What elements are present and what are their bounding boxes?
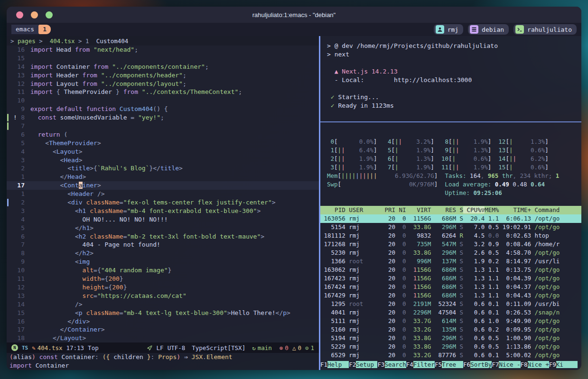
uptime-row: Uptime: 09:25:06: [327, 189, 581, 197]
status-badge-rmj[interactable]: rmj: [434, 24, 463, 35]
process-user: rmj: [349, 240, 384, 248]
fkey-action-label: Filter: [413, 361, 435, 368]
process-row[interactable]: 181112 rmj 20 0 9832 6264 R 4.5 0.0 0:02…: [320, 231, 581, 240]
fkey-F5[interactable]: F5Tree: [435, 361, 463, 368]
code-text: <h1 className="mb-4 font-extrabold text-…: [30, 207, 261, 215]
process-row[interactable]: 5194 rmj 20 0 33.8G 296M S 0.6 0.5 1:00.…: [320, 334, 581, 342]
process-state: S: [456, 249, 463, 256]
process-row[interactable]: 171268 rmj 20 0 735M 547M S 3.2 0.9 0:08…: [320, 240, 581, 249]
window-title: rahuljuliato:1:emacs - "debian": [7, 11, 581, 18]
process-pid: 5194: [320, 334, 349, 342]
process-row[interactable]: 167424 rmj 20 0 1156G 686M S 1.3 1.1 0:0…: [320, 283, 581, 291]
process-row[interactable]: 5160 rmj 20 0 33.2G 135M S 0.6 0.2 0:09.…: [320, 325, 581, 334]
line-number: 3: [7, 207, 30, 215]
process-mem: 0.0: [485, 232, 499, 239]
fkey-label: F3: [377, 361, 384, 368]
process-row[interactable]: 5229 rmj 20 0 33.8G 296M S 0.6 0.5 1:13.…: [320, 342, 581, 351]
process-row[interactable]: 167423 rmj 20 0 1156G 686M S 1.3 1.1 0:0…: [320, 274, 581, 283]
process-row[interactable]: 1366 root 20 0 996M 137M S 1.9 0.2 8:14.…: [320, 257, 581, 266]
process-row[interactable]: 167429 rmj 20 0 1156G 686M S 1.3 1.1 0:0…: [320, 291, 581, 300]
modeline-position: 17:13: [66, 344, 84, 351]
modeline-filename: 404.tsx: [37, 344, 63, 351]
process-row[interactable]: 6529 rmj 20 0 33.2G 87776 S 0.6 0.1 5:00…: [320, 351, 581, 360]
load-average: 0.48: [513, 180, 531, 189]
line-number: 15: [7, 54, 30, 63]
warning-count-icon: △: [292, 344, 296, 351]
code-text: <Head>: [30, 156, 83, 165]
process-virt: 33.8G: [406, 343, 431, 350]
tmux-window-index-badge: 1: [38, 25, 51, 34]
fkey-F1[interactable]: F1Help: [320, 361, 349, 368]
process-virt: 2296M: [406, 309, 431, 316]
tasks-summary: , 234 kthr: [513, 172, 548, 180]
process-table-header[interactable]: PID USER PRI NI VIRT RES S CPU%▽MEM% TIM…: [320, 206, 581, 214]
process-priority: 20: [384, 309, 395, 316]
cpu-meter-id: 7: [377, 163, 391, 172]
file-edit-icon: ✎: [32, 344, 36, 351]
code-line: 2 <div className="fex-ol tems-center fle…: [7, 198, 319, 207]
htop-function-key-bar: F1Help F2Setup F3SearchF4FilterF5Tree F6…: [320, 360, 581, 369]
process-command: /snap/n: [531, 309, 560, 316]
process-row[interactable]: 163062 rmj 20 0 1156G 686M S 1.3 1.1 0:1…: [320, 266, 581, 274]
cpu-meter-id: 8: [434, 138, 448, 146]
sort-column-header: CPU%▽: [463, 206, 485, 213]
line-number: 4: [7, 215, 30, 224]
status-badge-rahuljuliato[interactable]: rahuljuliato: [513, 24, 577, 35]
emacs-pane[interactable]: > pages > 404.tsx > 1 Custom404 16import…: [7, 36, 319, 370]
process-row[interactable]: 1295 root 20 0 2191M 52324 S 0.6 0.1 0:1…: [320, 300, 581, 308]
fkey-F4[interactable]: F4Filter: [406, 361, 435, 368]
code-line: 5 <ThemeProvider>: [7, 139, 319, 148]
process-row[interactable]: 5111 rmj 20 0 33.7G 614M S 0.6 1.0 9:49.…: [320, 317, 581, 325]
line-number: 1: [7, 173, 30, 181]
tmux-window-tab[interactable]: emacs 1: [11, 25, 51, 34]
process-nice: 0: [395, 317, 406, 324]
fkey-action-label: Help: [327, 361, 349, 368]
window-titlebar[interactable]: rahuljuliato:1:emacs - "debian": [7, 7, 581, 23]
process-user: rmj: [349, 309, 384, 316]
process-pid: 167423: [320, 275, 349, 282]
line-number: 10: [7, 96, 30, 105]
status-badge-debian[interactable]: debian: [468, 24, 509, 35]
process-row[interactable]: 5230 rmj 20 0 33.8G 296M S 2.6 0.5 4:58.…: [320, 249, 581, 257]
tasks-summary: thr: [498, 172, 513, 180]
nextjs-terminal-pane[interactable]: > @ dev /home/rmj/Projects/github/rahulj…: [320, 36, 581, 121]
editor-buffer[interactable]: 16import Head from "next/head";1514impor…: [7, 46, 319, 342]
fkey-F9[interactable]: F9Ki: [549, 361, 578, 368]
status-badge-label: rahuljuliato: [527, 26, 572, 33]
process-res: 296M: [431, 249, 456, 256]
line-number: 7: [7, 122, 30, 130]
fkey-F7[interactable]: F7Nice -: [492, 361, 520, 368]
line-number: 12: [7, 80, 30, 88]
process-mem: 0.5: [485, 334, 499, 342]
cpu-meter-id: 0: [327, 138, 334, 146]
cpu-meter-id: 13: [491, 146, 505, 155]
code-text: <p className="mb-4 text-lg text-blue-300…: [30, 309, 290, 317]
htop-pane[interactable]: 0[ 0.0%] 4[|| 3.2%] 8[|| 1.9%] 12[| 1.3%…: [320, 122, 581, 370]
fkey-F8[interactable]: F8Nice +: [521, 361, 549, 368]
fkey-F6[interactable]: F6SortBy: [463, 361, 492, 368]
process-row[interactable]: 4041 rmj 20 0 2296M 47504 S 0.6 0.1 0:26…: [320, 308, 581, 317]
fkey-label: F8: [521, 361, 528, 368]
process-command: /opt/go: [531, 334, 560, 342]
process-command: /opt/go: [531, 215, 560, 222]
cpu-meter-row: 1[|| 6.4%] 5[| 1.9%] 9[|| 1.3%] 13[| 0.6…: [327, 146, 581, 155]
process-res: 547M: [431, 240, 456, 248]
process-command: /opt/go: [531, 292, 560, 299]
process-row-selected[interactable]: 163056 rmj 20 0 1156G 686M S 20.4 1.1 6:…: [320, 214, 581, 223]
fkey-F3[interactable]: F3Search: [377, 361, 406, 368]
process-nice: 0: [395, 240, 406, 248]
fkey-action-label: Tree: [442, 361, 463, 368]
line-number: 7: [7, 240, 30, 249]
process-res: 47504: [431, 309, 456, 316]
process-priority: 20: [384, 283, 395, 290]
code-text: <h2 className="mb-2 text-3xl font-bold t…: [30, 232, 264, 241]
cpu-meter-id: 9: [434, 146, 448, 155]
process-command: /opt/go: [531, 266, 560, 273]
fkey-F2[interactable]: F2Setup: [349, 361, 377, 368]
process-cpu: 4.5: [463, 232, 485, 239]
process-cpu: 0.6: [463, 326, 485, 333]
process-mem: 0.5: [485, 249, 499, 256]
process-row[interactable]: 5154 rmj 20 0 33.8G 296M S 7.0 0.5 19:02…: [320, 223, 581, 231]
process-command: /usr/bi: [531, 300, 560, 307]
process-nice: 0: [395, 232, 406, 239]
